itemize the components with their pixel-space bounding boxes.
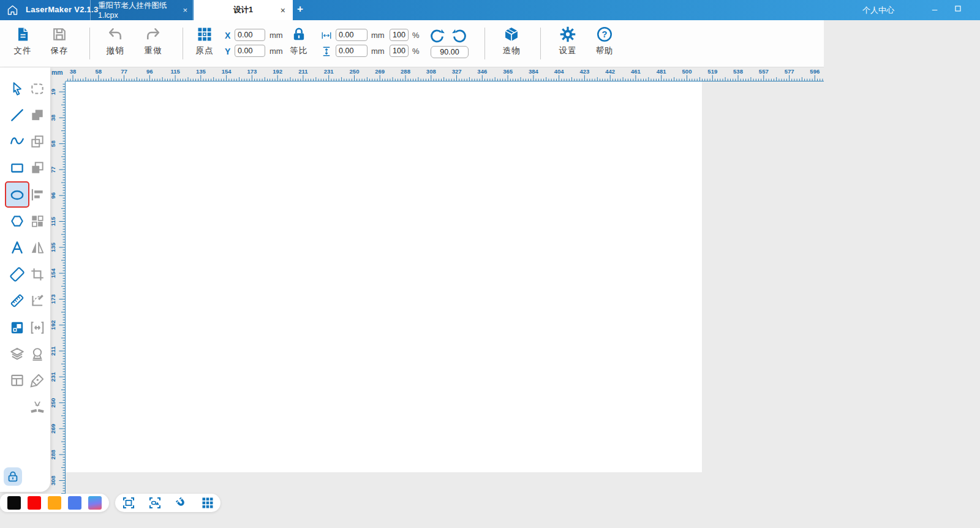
svg-text:58: 58 [96,68,102,75]
distribute-tool[interactable] [29,213,45,229]
image-tool[interactable] [9,320,25,336]
fill-pen-tool[interactable] [29,372,45,388]
width-icon [321,30,332,41]
fit-expand-tool[interactable] [29,320,45,336]
origin-button[interactable]: 原点 [188,26,221,56]
select-tool[interactable] [9,81,25,97]
y-unit-label: mm [270,47,283,56]
minimize-button[interactable]: – [924,0,945,20]
svg-text:154: 154 [222,68,232,75]
svg-text:77: 77 [121,68,127,75]
tab-design1[interactable]: 设计1 × [194,0,293,20]
split-collapse-tool[interactable] [29,399,45,415]
x-coordinate-input[interactable] [235,29,265,41]
snap-magnet-icon[interactable] [174,496,189,510]
user-center-link[interactable]: 个人中心 [862,5,894,16]
file-button[interactable]: 文件 [7,26,38,56]
svg-text:115: 115 [170,68,180,75]
canvas-lock-button[interactable] [4,467,22,486]
swatch-red[interactable] [28,496,41,510]
swatch-black[interactable] [7,496,21,510]
rotate-ccw-icon[interactable] [429,28,445,44]
svg-text:423: 423 [579,68,589,75]
svg-text:135: 135 [196,68,206,75]
grid-toggle-icon[interactable] [200,496,215,510]
svg-text:231: 231 [324,68,334,75]
canvas-control-bar [115,494,221,512]
svg-text:327: 327 [452,68,462,75]
svg-text:269: 269 [375,68,385,75]
toolbar-separator [89,28,90,59]
create-button[interactable]: 造物 [495,26,528,56]
ellipse-tool[interactable] [9,187,25,203]
svg-text:135: 135 [50,242,56,252]
tab-document-close-icon[interactable]: × [183,6,187,15]
eraser-tool[interactable] [9,266,25,282]
svg-text:519: 519 [707,68,717,75]
swatch-orange[interactable] [48,496,61,510]
svg-text:500: 500 [682,68,692,75]
polygon-tool[interactable] [9,213,25,229]
svg-text:288: 288 [401,68,410,75]
settings-button[interactable]: 设置 [551,26,584,56]
rectangle-tool[interactable] [9,160,25,176]
svg-text:173: 173 [50,294,56,304]
redo-button[interactable]: 重做 [136,26,170,56]
height-input[interactable] [336,45,368,57]
rotate-cw-icon[interactable] [451,28,468,44]
svg-text:38: 38 [50,115,56,121]
crop-tool[interactable] [29,266,45,282]
table-tool[interactable] [9,372,25,388]
line-tool[interactable] [9,107,25,123]
svg-text:308: 308 [50,476,56,486]
toolbar-separator [183,28,183,59]
height-percent-label: % [412,47,420,56]
fit-frame-icon[interactable] [121,496,136,510]
curve-tool[interactable] [9,134,25,149]
right-panel: 图库 摄像头 旋转轴 1.基础图案 1.基本图形 箭头箭头1箭头2同心圆十字十字… [824,20,980,528]
undo-button[interactable]: 撤销 [98,26,132,56]
home-icon[interactable] [6,4,19,17]
svg-text:308: 308 [426,68,436,75]
svg-text:38: 38 [70,68,77,75]
app-title: LaserMaker V2.1.3 [26,5,99,14]
tab-design1-close-icon[interactable]: × [281,6,285,15]
stamp-tool[interactable] [29,346,45,362]
save-button[interactable]: 保存 [44,26,75,56]
ratio-lock-button[interactable]: 等比 [284,26,314,56]
new-tab-button[interactable]: + [297,3,303,15]
help-button[interactable]: ? 帮助 [588,26,621,56]
width-input[interactable] [336,29,368,41]
center-focus-icon[interactable] [148,496,162,510]
swatch-gradient[interactable] [88,496,102,510]
measure-tool[interactable] [9,293,25,309]
tab-document[interactable]: 重阳节老人挂件图纸1.lcpx × [90,0,193,20]
design-canvas[interactable] [66,81,702,472]
angle-measure-tool[interactable] [29,293,45,309]
y-coordinate-label: Y [225,47,230,56]
svg-text:192: 192 [50,320,56,330]
weld-tool[interactable] [29,107,45,123]
main-toolbar: 文件 保存 撤销 重做 原点 X mm Y mm 等比 mm % mm % 造物 [0,20,824,67]
mirror-tool[interactable] [29,239,45,255]
width-percent-input[interactable] [390,29,409,41]
color-swatch-bar [0,494,109,512]
svg-text:211: 211 [298,68,308,75]
height-unit-label: mm [371,47,385,56]
swatch-blue[interactable] [68,496,81,510]
exclude-tool[interactable] [29,160,45,176]
tool-panel [0,67,50,492]
layers-tool[interactable] [9,346,25,362]
align-tool[interactable] [29,187,45,203]
save-icon [51,26,68,43]
tab-design1-label: 设计1 [233,5,253,15]
text-tool[interactable] [9,239,25,255]
svg-text:154: 154 [50,268,56,278]
file-icon [14,26,31,43]
overlap-copy-tool[interactable] [29,134,45,149]
y-coordinate-input[interactable] [235,45,265,57]
marquee-select-tool[interactable] [29,81,45,97]
rotate-angle-input[interactable] [431,46,469,58]
height-percent-input[interactable] [390,45,409,57]
svg-text:288: 288 [50,450,56,459]
